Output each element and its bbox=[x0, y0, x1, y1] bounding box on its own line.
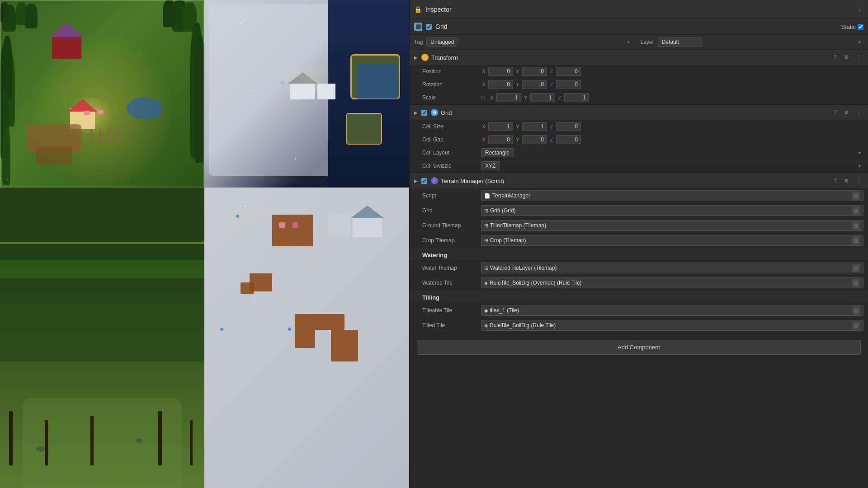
static-label: Static bbox=[841, 23, 856, 30]
tilled-tile-ref-field: ◈ RuleTile_SoilDig (Rule Tile) ◎ bbox=[481, 320, 863, 331]
position-z-input[interactable] bbox=[556, 67, 581, 76]
crop-tilemap-select-btn[interactable]: ◎ bbox=[852, 236, 860, 244]
ground-tilemap-label: Ground Tilemap bbox=[422, 222, 481, 229]
cell-gap-z-input[interactable] bbox=[556, 135, 581, 144]
ground-tilemap-ref-text: TilledTilemap (Tilemap) bbox=[490, 222, 850, 229]
rotation-y-input[interactable] bbox=[522, 80, 547, 89]
scale-x-input[interactable] bbox=[496, 93, 521, 102]
scene-quadrant-night[interactable] bbox=[204, 0, 409, 188]
scale-z-input[interactable] bbox=[564, 93, 589, 102]
cell-size-z-input[interactable] bbox=[556, 122, 581, 131]
cell-size-label: Cell Size bbox=[422, 123, 481, 130]
transform-header[interactable]: ▶ ⬡ Transform ? ⚙ ⋮ bbox=[410, 50, 868, 65]
inspector-header: 🔒 Inspector ⋮ bbox=[410, 0, 868, 19]
watered-tile-ref-field: ◈ RuleTile_SoilDig (Override) (Rule Tile… bbox=[481, 277, 863, 288]
transform-more-btn[interactable]: ⋮ bbox=[854, 53, 863, 61]
grid-more-btn[interactable]: ⋮ bbox=[854, 108, 863, 117]
scale-y-label: Y bbox=[523, 95, 528, 100]
cell-size-fields: X Y Z bbox=[481, 122, 863, 131]
position-x-label: X bbox=[481, 69, 486, 74]
scale-row: Scale ⊟ X Y Z bbox=[410, 91, 868, 104]
lock-icon[interactable]: 🔒 bbox=[414, 6, 422, 13]
cell-swizzle-select[interactable]: XYZ XZY YXZ bbox=[481, 161, 500, 170]
cell-gap-x-input[interactable] bbox=[488, 135, 513, 144]
position-y-input[interactable] bbox=[522, 67, 547, 76]
cell-swizzle-label: Cell Swizzle bbox=[422, 163, 481, 169]
terrain-settings-btn[interactable]: ⚙ bbox=[842, 177, 851, 185]
rotation-fields: X Y Z bbox=[481, 80, 863, 89]
grid-enabled-checkbox[interactable] bbox=[421, 110, 427, 116]
rotation-x-input[interactable] bbox=[488, 80, 513, 89]
watering-header: Watering bbox=[410, 248, 868, 261]
water-tilemap-label: Water Tilemap bbox=[422, 265, 481, 271]
cell-size-y-label: Y bbox=[515, 124, 520, 129]
cell-size-x-input[interactable] bbox=[488, 122, 513, 131]
terrain-more-btn[interactable]: ⋮ bbox=[854, 177, 863, 185]
add-component-button[interactable]: Add Component bbox=[417, 340, 861, 355]
scale-x-label: X bbox=[489, 95, 495, 100]
rotation-z-label: Z bbox=[549, 82, 554, 87]
grid-ref-label: Grid bbox=[422, 207, 481, 214]
script-label: Script bbox=[422, 192, 481, 199]
tilled-tile-ref-text: RuleTile_SoilDig (Rule Tile) bbox=[490, 322, 850, 328]
watered-tile-ref-text: RuleTile_SoilDig (Override) (Rule Tile) bbox=[490, 280, 850, 286]
water-tilemap-icon: ⊞ bbox=[484, 265, 488, 271]
inspector-header-left: 🔒 Inspector bbox=[414, 6, 452, 13]
object-enabled-checkbox[interactable] bbox=[426, 24, 432, 30]
tilleable-tile-icon: ◆ bbox=[484, 308, 488, 314]
cell-gap-y-input[interactable] bbox=[522, 135, 547, 144]
crop-tilemap-ref-text: Crop (Tilemap) bbox=[490, 237, 850, 244]
tag-select[interactable]: Untagged Respawn Finish bbox=[426, 38, 458, 47]
terrain-actions: ? ⚙ ⋮ bbox=[832, 177, 863, 185]
crop-tilemap-row: Crop Tilemap ⊞ Crop (Tilemap) ◎ bbox=[410, 233, 868, 248]
terrain-help-btn[interactable]: ? bbox=[832, 177, 839, 185]
static-checkbox[interactable] bbox=[858, 24, 863, 30]
cell-layout-dropdown-wrapper: Rectangle Hexagon Isometric bbox=[481, 148, 863, 157]
script-ref-select-btn[interactable]: ◎ bbox=[852, 192, 860, 200]
tilled-background bbox=[204, 188, 409, 488]
cell-swizzle-dropdown-wrapper: XYZ XZY YXZ bbox=[481, 161, 863, 170]
grid-header[interactable]: ▶ ⊞ Grid ? ⚙ ⋮ bbox=[410, 105, 868, 120]
terrain-enabled-checkbox[interactable] bbox=[421, 178, 427, 184]
terrain-manager-header[interactable]: ▶ # Terrain Manager (Script) ? ⚙ ⋮ bbox=[410, 173, 868, 188]
cell-gap-row: Cell Gap X Y Z bbox=[410, 133, 868, 146]
transform-title: Transform bbox=[431, 54, 829, 61]
grid-ref-row: Grid ⊞ Grid (Grid) ◎ bbox=[410, 203, 868, 218]
cell-gap-x-label: X bbox=[481, 137, 486, 142]
scene-quadrant-tilled[interactable] bbox=[204, 188, 409, 488]
ground-tilemap-ref-field: ⊞ TilledTilemap (Tilemap) ◎ bbox=[481, 220, 863, 231]
transform-help-btn[interactable]: ? bbox=[832, 53, 839, 61]
position-row: Position X Y Z bbox=[410, 65, 868, 78]
scale-y-input[interactable] bbox=[530, 93, 555, 102]
transform-icon: ⬡ bbox=[421, 54, 429, 61]
cell-layout-select[interactable]: Rectangle Hexagon Isometric bbox=[481, 148, 514, 157]
grid-settings-btn[interactable]: ⚙ bbox=[842, 108, 851, 117]
layer-select[interactable]: Default TransparentFX UI bbox=[658, 38, 702, 47]
script-ref-field: 📄 TerrainManager ◎ bbox=[481, 190, 863, 201]
tilleable-tile-ref-field: ◆ tiles_1 (Tile) ◎ bbox=[481, 305, 863, 316]
scene-quadrant-farm[interactable] bbox=[0, 0, 204, 188]
tilled-tile-select-btn[interactable]: ◎ bbox=[852, 321, 860, 329]
inspector-more-icon[interactable]: ⋮ bbox=[856, 5, 863, 14]
object-name: Grid bbox=[435, 23, 837, 30]
tilleable-tile-select-btn[interactable]: ◎ bbox=[852, 306, 860, 314]
grid-ref-select-btn[interactable]: ◎ bbox=[852, 206, 860, 215]
inspector-panel: 🔒 Inspector ⋮ ⬛ Grid Static Tag Untagged… bbox=[409, 0, 868, 488]
scale-link-icon[interactable]: ⊟ bbox=[481, 94, 486, 101]
transform-settings-btn[interactable]: ⚙ bbox=[842, 53, 851, 61]
rotation-z-input[interactable] bbox=[556, 80, 581, 89]
cell-gap-label: Cell Gap bbox=[422, 136, 481, 143]
terrain-manager-title: Terrain Manager (Script) bbox=[441, 178, 829, 184]
scene-quadrant-forest[interactable] bbox=[0, 188, 204, 488]
grid-title: Grid bbox=[441, 109, 829, 116]
position-x-input[interactable] bbox=[488, 67, 513, 76]
watered-tile-select-btn[interactable]: ◎ bbox=[852, 279, 860, 287]
cell-size-z-label: Z bbox=[549, 124, 554, 129]
layer-label: Layer bbox=[641, 39, 654, 45]
cell-gap-fields: X Y Z bbox=[481, 135, 863, 144]
cell-size-y-input[interactable] bbox=[522, 122, 547, 131]
water-tilemap-select-btn[interactable]: ◎ bbox=[852, 264, 860, 272]
ground-tilemap-select-btn[interactable]: ◎ bbox=[852, 221, 860, 230]
grid-help-btn[interactable]: ? bbox=[832, 108, 839, 117]
position-fields: X Y Z bbox=[481, 67, 863, 76]
